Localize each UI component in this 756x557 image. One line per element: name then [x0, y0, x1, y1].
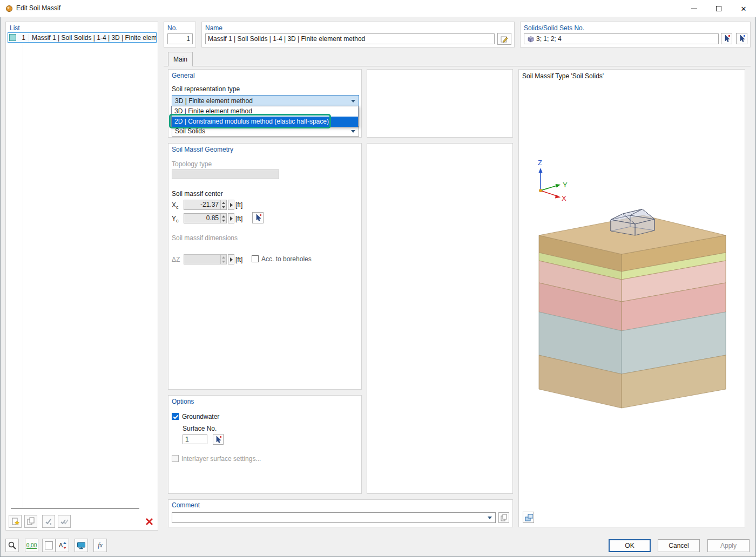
list-item-label: Massif 1 | Soil Solids | 1-4 | 3D | Fini…: [29, 34, 156, 42]
spin-up-icon[interactable]: [221, 200, 226, 205]
spin-up-icon[interactable]: [221, 214, 226, 219]
groundwater-checkbox[interactable]: [172, 413, 179, 420]
house-model: [611, 209, 654, 236]
deselect-solids-button[interactable]: [736, 33, 747, 44]
no-panel: No. 1: [164, 22, 196, 47]
ok-button[interactable]: OK: [609, 539, 651, 552]
cursor-select-icon: [723, 35, 731, 43]
dz-expand-button: [228, 254, 234, 264]
list-item-massif-1[interactable]: 1 Massif 1 | Soil Solids | 1-4 | 3D | Fi…: [8, 32, 157, 43]
groundwater-label: Groundwater: [182, 413, 219, 420]
xc-label: Xc: [172, 201, 179, 210]
surface-no-field[interactable]: 1: [183, 434, 207, 444]
new-page-star-icon: [11, 517, 20, 526]
interlayer-label: Interlayer surface settings...: [181, 455, 261, 463]
comment-combo[interactable]: [172, 512, 496, 523]
tab-main-label: Main: [173, 56, 187, 63]
preview-display-settings-button[interactable]: [523, 512, 534, 523]
apply-button[interactable]: Apply: [707, 539, 750, 552]
acc-boreholes-label: Acc. to boreholes: [261, 255, 312, 263]
options-section: Options Groundwater Surface No. 1 Interl…: [168, 395, 362, 494]
solid-cube-icon: [526, 36, 534, 43]
dz-label: ΔZ: [172, 256, 180, 263]
copy-comment-button[interactable]: [498, 512, 509, 523]
copy-massif-button[interactable]: [24, 515, 37, 528]
z-axis-label: Z: [538, 159, 542, 167]
dz-field: [184, 254, 227, 264]
empty-panel-bottom: [367, 143, 513, 494]
app-icon: [5, 4, 14, 13]
xc-expand-button[interactable]: [228, 200, 234, 210]
cursor-deselect-icon: [738, 35, 746, 43]
x-axis-label: X: [562, 194, 566, 202]
units-decimal-places-button[interactable]: 0,00: [25, 539, 38, 552]
empty-panel-top: [367, 69, 513, 138]
cancel-button[interactable]: Cancel: [658, 539, 700, 552]
renumber-button[interactable]: A: [56, 539, 69, 552]
color-swatch-button[interactable]: [42, 539, 56, 552]
window-title: Edit Soil Massif: [16, 4, 60, 12]
maximize-button[interactable]: [706, 0, 731, 17]
dropdown-option-3d-fem[interactable]: 3D | Finite element method: [172, 106, 358, 117]
xc-spinner[interactable]: [220, 200, 226, 209]
surface-no-label: Surface No.: [183, 425, 217, 432]
close-button[interactable]: ✕: [731, 0, 756, 17]
deselect-check-button[interactable]: [58, 515, 71, 528]
cursor-select-icon: [214, 436, 222, 444]
yc-expand-button[interactable]: [228, 213, 234, 223]
solids-field[interactable]: 3; 1; 2; 4: [524, 33, 719, 44]
name-field[interactable]: Massif 1 | Soil Solids | 1-4 | 3D | Fini…: [205, 33, 495, 44]
xc-value: -21.37: [185, 200, 219, 209]
list-column-divider: [23, 44, 23, 507]
select-solids-button[interactable]: [721, 33, 732, 44]
cascade-windows-icon: [524, 513, 533, 522]
renumber-icon: A: [58, 541, 67, 550]
maximize-icon: [716, 6, 721, 11]
formula-button[interactable]: fx: [93, 539, 107, 552]
delete-massif-button[interactable]: [143, 515, 156, 528]
xc-field[interactable]: -21.37: [184, 200, 227, 210]
minimize-button[interactable]: [681, 0, 706, 17]
pick-center-button[interactable]: [252, 212, 264, 223]
tab-strip-line: [164, 66, 751, 66]
soil-massif-type-combo[interactable]: Soil Solids: [172, 126, 359, 137]
list-item-number: 1: [18, 34, 25, 42]
spin-down-icon[interactable]: [221, 205, 226, 210]
svg-text:A: A: [59, 542, 63, 548]
copy-icon: [500, 514, 508, 521]
representation-label: Soil representation type: [172, 85, 240, 93]
edit-name-button[interactable]: [497, 33, 511, 45]
dropdown-option-2d-constrained[interactable]: 2D | Constrained modulus method (elastic…: [172, 117, 358, 127]
yc-spinner[interactable]: [220, 214, 226, 223]
no-field[interactable]: 1: [167, 33, 193, 44]
general-caption: General: [172, 72, 195, 79]
yc-field[interactable]: 0.85: [184, 213, 227, 223]
pick-surface-button[interactable]: [213, 434, 224, 445]
tab-main[interactable]: Main: [168, 52, 193, 66]
select-check-button[interactable]: [42, 515, 55, 528]
soil-representation-combo[interactable]: 3D | Finite element method: [172, 95, 359, 106]
titlebar: Edit Soil Massif ✕: [0, 0, 756, 17]
solids-value: 3; 1; 2; 4: [536, 35, 562, 43]
comment-section: Comment: [168, 499, 513, 527]
new-massif-button[interactable]: [9, 515, 22, 528]
topology-type-field: [172, 169, 279, 179]
solids-caption: Solids/Solid Sets No.: [524, 24, 584, 32]
soil-3d-view: Z Y X: [519, 70, 746, 528]
dz-unit: [ft]: [235, 256, 242, 263]
rendering-button[interactable]: [75, 539, 88, 552]
massif-color-swatch: [9, 34, 16, 41]
acc-boreholes-checkbox[interactable]: [252, 255, 259, 262]
list-splitter[interactable]: [11, 508, 139, 509]
soil-block: [539, 215, 726, 408]
chevron-down-icon: [351, 130, 355, 133]
interlayer-checkbox[interactable]: [172, 455, 179, 462]
display-properties-button[interactable]: [5, 539, 19, 552]
spin-down-icon: [221, 260, 226, 264]
representation-value: 3D | Finite element method: [175, 97, 253, 105]
preview-panel: Soil Massif Type 'Soil Solids' Z Y X: [518, 69, 745, 527]
yc-label: Yc: [172, 215, 179, 223]
white-swatch-icon: [45, 541, 53, 549]
double-check-icon: [60, 517, 69, 526]
spin-down-icon[interactable]: [221, 219, 226, 223]
